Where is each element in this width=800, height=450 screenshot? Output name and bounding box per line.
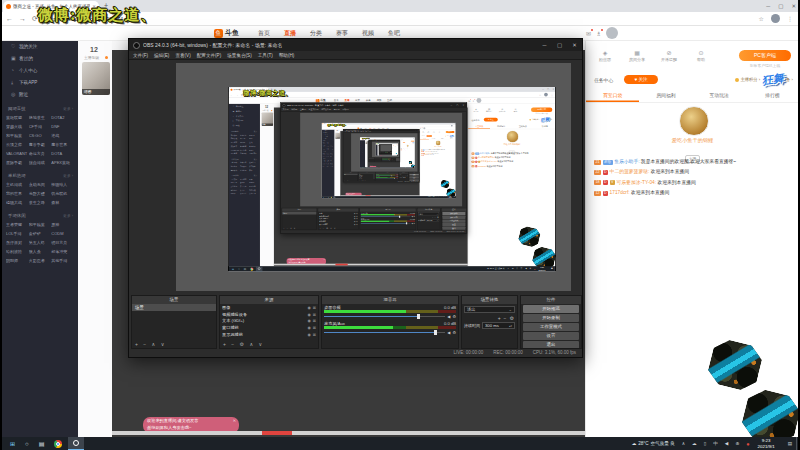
- back-icon[interactable]: ←: [322, 125, 323, 126]
- category-link[interactable]: 阴阳师: [230, 192, 239, 196]
- category-link[interactable]: APEX英雄: [51, 158, 74, 167]
- obs-control-button[interactable]: 开始录制: [442, 216, 465, 219]
- obs-window[interactable]: OBS 24.0.3 (64-bit, windows) - 配置文件: 未命名…: [343, 129, 419, 183]
- category-link[interactable]: DOTA: [51, 149, 74, 158]
- chat-tab[interactable]: 排行榜: [447, 138, 456, 140]
- category-link[interactable]: 明日方舟: [51, 238, 74, 247]
- obs-menu-item[interactable]: 查看(V): [300, 109, 306, 111]
- category-link[interactable]: 星际争霸: [6, 158, 29, 167]
- scene-list-item[interactable]: 场景: [132, 304, 216, 311]
- obs-taskbar-icon[interactable]: [365, 167, 366, 168]
- nav-item[interactable]: 视频: [362, 29, 374, 38]
- channel-settings-icon[interactable]: ⚙: [452, 314, 456, 319]
- controls-dock-header[interactable]: 控件: [521, 296, 581, 304]
- sources-dock-header[interactable]: 来源: [220, 296, 318, 304]
- category-link[interactable]: 火影忍者: [240, 192, 249, 196]
- taskbar-clock[interactable]: 9:23 2021/9/1: [449, 196, 452, 198]
- category-link[interactable]: 狼人杀: [29, 247, 52, 256]
- ime-icon[interactable]: 中: [441, 197, 442, 198]
- chat-action-button[interactable]: ⊘开播提醒: [432, 131, 436, 133]
- obs-menu-item[interactable]: 帮助(H): [279, 53, 295, 58]
- sources-toolbar[interactable]: + − ⚙ ∧ ∨: [359, 180, 366, 181]
- duration-spinner[interactable]: 300 ms ▴▾: [426, 219, 440, 222]
- spinner-arrows-icon[interactable]: ▴▾: [437, 220, 438, 222]
- volume-slider[interactable]: [361, 216, 411, 217]
- volume-slider[interactable]: [324, 332, 445, 334]
- mute-icon[interactable]: ◀: [411, 216, 412, 218]
- user-avatar[interactable]: [606, 27, 618, 39]
- sidebar-quick-item[interactable]: ▣看过的: [2, 52, 78, 64]
- search-icon[interactable]: ○: [238, 268, 239, 270]
- section-more-link[interactable]: 更多 ›: [254, 130, 258, 132]
- volume-icon[interactable]: ◀: [725, 441, 729, 446]
- sidebar-quick-item[interactable]: ◎附近: [2, 88, 78, 100]
- scene-list-item[interactable]: 场景: [282, 212, 316, 215]
- task-center-label[interactable]: 任务中心: [421, 136, 424, 137]
- battery-icon[interactable]: ▯: [517, 268, 518, 270]
- visibility-icon[interactable]: ◉: [307, 332, 310, 337]
- obs-menu-item[interactable]: 场景集合(S): [321, 109, 331, 111]
- visibility-icon[interactable]: ◉: [354, 215, 355, 217]
- category-link[interactable]: 永劫无间: [29, 180, 52, 189]
- explorer-icon[interactable]: ▤: [244, 267, 246, 270]
- spinner-arrows-icon[interactable]: ▴▾: [509, 324, 512, 328]
- transition-select[interactable]: 淡出 ⌄: [464, 306, 515, 313]
- bookmark-star-icon[interactable]: ☆: [539, 93, 541, 96]
- obs-preview-canvas[interactable]: [380, 145, 391, 151]
- lock-icon[interactable]: ⊠: [313, 318, 316, 323]
- section-more-link[interactable]: 更多 ›: [254, 174, 258, 176]
- section-more-link[interactable]: 更多 ›: [63, 106, 73, 111]
- chat-action-button[interactable]: ⊘开播提醒: [656, 49, 682, 62]
- category-link[interactable]: 其他手游: [51, 256, 74, 265]
- notification-center-icon[interactable]: ▤: [551, 268, 553, 270]
- lock-icon[interactable]: ⊠: [313, 325, 316, 330]
- transition-select[interactable]: 淡出 ⌄: [418, 212, 439, 215]
- obs-control-button[interactable]: 退出: [442, 227, 465, 230]
- anchor-name[interactable]: 爱吃小鱼干的锦鲤: [468, 143, 555, 146]
- chat-tab[interactable]: 互动玩法: [512, 124, 534, 129]
- back-icon[interactable]: ←: [230, 93, 233, 96]
- chrome-taskbar-icon[interactable]: [54, 440, 62, 448]
- browser-menu-icon[interactable]: ⋮: [787, 15, 793, 22]
- category-link[interactable]: 饥荒联机: [51, 189, 74, 198]
- obs-menu-item[interactable]: 配置文件(P): [309, 109, 319, 111]
- category-link[interactable]: 云顶之弈: [6, 140, 29, 149]
- obs-close-button[interactable]: ✕: [460, 103, 466, 108]
- forward-icon[interactable]: →: [19, 15, 26, 22]
- visibility-icon[interactable]: ◉: [354, 223, 355, 225]
- chrome-taskbar-icon[interactable]: [331, 197, 332, 198]
- obs-menu-item[interactable]: 工具(T): [334, 109, 340, 111]
- spinner-arrows-icon[interactable]: ▴▾: [407, 177, 408, 178]
- obs-control-button[interactable]: 设置: [523, 332, 579, 340]
- header-notification-icon[interactable]: ✉: [586, 30, 591, 37]
- visibility-icon[interactable]: ◉: [307, 305, 310, 310]
- chat-action-button[interactable]: ◈粉丝团: [421, 131, 425, 133]
- category-link[interactable]: 绝地求生: [29, 113, 52, 122]
- obs-menu-item[interactable]: 工具(T): [258, 53, 273, 58]
- category-link[interactable]: DOTA2: [51, 113, 74, 122]
- search-icon[interactable]: ○: [25, 441, 29, 447]
- scenes-toolbar[interactable]: + − ∧ ∨: [135, 341, 166, 347]
- tray-expand-icon[interactable]: ∧: [508, 268, 509, 270]
- chat-tab[interactable]: 百宝口袋: [586, 90, 639, 102]
- browser-profile-avatar[interactable]: [544, 93, 548, 97]
- header-notification-icon[interactable]: ♗: [596, 30, 601, 37]
- obs-menu-item[interactable]: 文件(F): [344, 131, 347, 132]
- visibility-icon[interactable]: ◉: [307, 312, 310, 317]
- obs-menu-item[interactable]: 编辑(E): [347, 131, 350, 132]
- anchor-avatar[interactable]: [679, 106, 709, 136]
- obs-window[interactable]: OBS 24.0.3 (64-bit, windows) - 配置文件: 未命名…: [379, 144, 392, 153]
- duration-spinner[interactable]: 300 ms ▴▾: [403, 177, 409, 178]
- section-more-link[interactable]: 更多 ›: [254, 158, 258, 160]
- chat-action-button[interactable]: ⊙帮助: [510, 107, 521, 112]
- anchor-avatar[interactable]: [506, 130, 518, 142]
- category-link[interactable]: 和平精英: [29, 220, 52, 229]
- player-seekbar[interactable]: [274, 264, 468, 266]
- obs-preview-canvas[interactable]: 微商之道 - 直播_斗鱼 - 每个人的直播平台 ✕ + ─ ▢ ✕ ← → ⟳ …: [372, 142, 399, 158]
- start-button[interactable]: ⊞: [232, 267, 234, 270]
- category-link[interactable]: CODM: [51, 229, 74, 238]
- recording-tray-icon[interactable]: ●: [534, 268, 535, 270]
- start-button[interactable]: ⊞: [10, 440, 15, 447]
- chat-username[interactable]: 鱼乐小助手:: [480, 152, 490, 154]
- chat-action-button[interactable]: ▦房间分享: [426, 131, 430, 133]
